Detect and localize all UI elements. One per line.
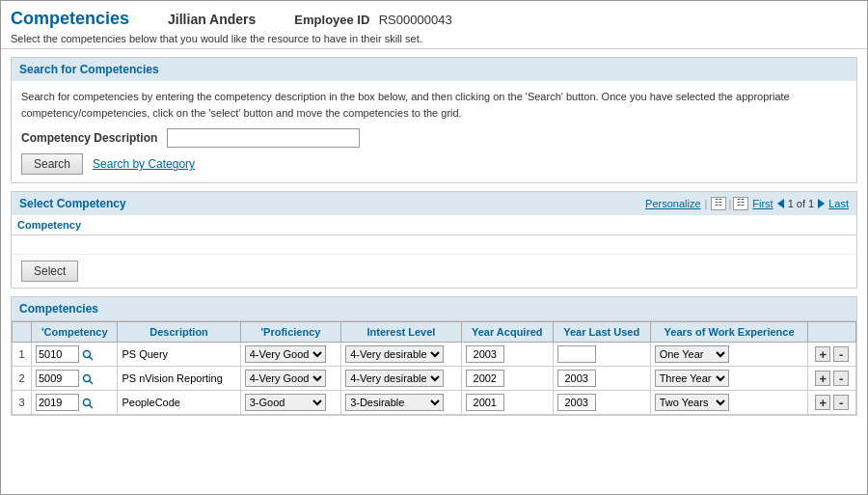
employee-name: Jillian Anders [168,12,256,27]
add-row-button[interactable]: + [815,395,830,410]
competency-table: Competency [12,215,856,255]
search-by-category-link[interactable]: Search by Category [93,157,195,171]
search-button[interactable]: Search [21,153,83,175]
col-actions [808,322,856,343]
years-experience-cell: One YearTwo YearsThree YearFour YearsFiv… [650,367,808,391]
row-number: 3 [13,391,32,415]
table-icons: ☷ | ☷ [711,197,748,210]
competency-cell [32,343,118,367]
interest-level-cell: 4-Very desirable3-Desirable2-Nice to Hav… [341,391,462,415]
search-icon[interactable] [79,348,94,360]
competencies-grid-section: Competencies 'Competency Description 'Pr… [11,296,857,416]
search-description: Search for competencies by entering the … [21,89,847,121]
select-button[interactable]: Select [21,261,78,282]
table-row: 1 PS Query4-Very Good3-Good2-Fair1-Poor4… [13,343,856,367]
col-num [13,322,32,343]
interest-level-select[interactable]: 4-Very desirable3-Desirable2-Nice to Hav… [345,394,444,411]
select-section-title: Select Competency [19,197,126,210]
year-last-used-input[interactable] [557,345,596,363]
years-experience-cell: One YearTwo YearsThree YearFour YearsFiv… [650,391,808,415]
next-page-icon[interactable] [818,199,825,208]
col-proficiency: 'Proficiency [240,322,340,343]
col-description: Description [118,322,240,343]
competency-cell [32,367,118,391]
search-section: Search for Competencies Search for compe… [11,57,857,183]
competency-empty-row [12,235,856,255]
search-icon[interactable] [79,372,94,384]
page-subtitle: Select the competencies below that you w… [11,33,857,44]
competency-description-input[interactable] [167,128,360,148]
row-number: 2 [13,367,32,391]
years-experience-select[interactable]: One YearTwo YearsThree YearFour YearsFiv… [655,394,729,411]
interest-level-cell: 4-Very desirable3-Desirable2-Nice to Hav… [341,367,462,391]
competency-input[interactable] [36,345,79,363]
remove-row-button[interactable]: - [833,395,849,410]
proficiency-cell: 4-Very Good3-Good2-Fair1-Poor [240,343,340,367]
competency-input[interactable] [36,394,79,411]
page-header: Competencies Jillian Anders Employee ID … [1,1,867,49]
description-cell: PS Query [118,343,240,367]
year-acquired-input[interactable] [466,394,504,411]
employee-id-label: Employee ID [294,13,369,27]
view-icon-1[interactable]: ☷ [711,197,726,210]
col-interest-level: Interest Level [341,322,462,343]
action-cell: + - [808,391,856,415]
row-number: 1 [13,343,32,367]
table-row: 3 PeopleCode4-Very Good3-Good2-Fair1-Poo… [13,391,856,415]
prev-page-icon[interactable] [777,199,784,208]
add-row-button[interactable]: + [815,371,830,386]
years-experience-cell: One YearTwo YearsThree YearFour YearsFiv… [650,343,808,367]
pagination-text: 1 of 1 [788,198,815,209]
last-label[interactable]: Last [828,198,849,209]
proficiency-select[interactable]: 4-Very Good3-Good2-Fair1-Poor [245,345,326,363]
year-last-used-input[interactable] [557,394,596,411]
select-btn-row: Select [12,255,856,288]
remove-row-button[interactable]: - [833,371,849,386]
years-experience-select[interactable]: One YearTwo YearsThree YearFour YearsFiv… [655,370,729,387]
svg-point-2 [84,375,91,382]
competency-description-label: Competency Description [21,131,157,145]
proficiency-select[interactable]: 4-Very Good3-Good2-Fair1-Poor [245,394,326,411]
year-acquired-input[interactable] [466,345,504,363]
year-acquired-input[interactable] [466,370,504,387]
competencies-grid-table: 'Competency Description 'Proficiency Int… [12,321,856,415]
view-icon-2[interactable]: ☷ [733,197,748,210]
proficiency-cell: 4-Very Good3-Good2-Fair1-Poor [240,367,340,391]
year-acquired-cell [461,367,553,391]
interest-level-select[interactable]: 4-Very desirable3-Desirable2-Nice to Hav… [345,370,444,387]
description-cell: PS nVision Reporting [118,367,240,391]
employee-id-value: RS00000043 [379,13,452,27]
years-experience-select[interactable]: One YearTwo YearsThree YearFour YearsFiv… [655,345,729,363]
svg-line-1 [90,357,94,361]
year-last-used-cell [553,391,650,415]
col-competency: 'Competency [32,322,118,343]
action-cell: + - [808,367,856,391]
pagination-bar: Personalize | ☷ | ☷ First 1 of 1 Last [645,197,849,210]
add-row-button[interactable]: + [815,346,830,362]
svg-point-0 [84,351,91,358]
first-label[interactable]: First [752,198,773,209]
select-competency-section: Select Competency Personalize | ☷ | ☷ Fi… [11,191,857,289]
year-last-used-cell [553,343,650,367]
svg-point-4 [84,399,91,406]
year-last-used-input[interactable] [557,370,596,387]
interest-level-select[interactable]: 4-Very desirable3-Desirable2-Nice to Hav… [345,345,444,363]
page-title: Competencies [11,9,129,29]
svg-line-3 [90,381,94,385]
competency-input[interactable] [36,370,79,387]
col-years-experience: Years of Work Experience [650,322,808,343]
proficiency-select[interactable]: 4-Very Good3-Good2-Fair1-Poor [245,370,326,387]
competency-col-header: Competency [12,215,856,235]
description-cell: PeopleCode [118,391,240,415]
action-cell: + - [808,343,856,367]
remove-row-button[interactable]: - [833,346,849,362]
personalize-link[interactable]: Personalize [645,198,700,209]
search-icon[interactable] [79,397,94,408]
interest-level-cell: 4-Very desirable3-Desirable2-Nice to Hav… [341,343,462,367]
grid-section-header: Competencies [12,297,856,321]
year-acquired-cell [461,391,553,415]
year-acquired-cell [461,343,553,367]
col-year-acquired: Year Acquired [461,322,553,343]
svg-line-5 [90,405,94,409]
col-year-last-used: Year Last Used [553,322,650,343]
